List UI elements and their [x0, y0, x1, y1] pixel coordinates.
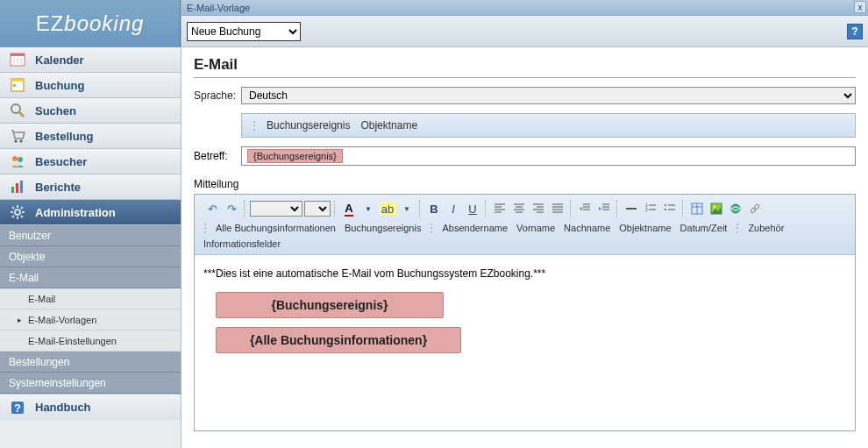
sub-label: E-Mail — [9, 272, 39, 284]
content: E-Mail Sprache: Deutsch ⋮ Buchungsereign… — [181, 47, 868, 448]
sub-email[interactable]: E-Mail — [0, 267, 181, 288]
image-icon[interactable] — [708, 200, 725, 217]
placeholder-tag[interactable]: Objektname — [360, 119, 417, 132]
calendar-icon — [7, 49, 28, 70]
underline-icon[interactable]: U — [464, 200, 481, 217]
tag-alle[interactable]: Alle Buchungsinformationen — [212, 221, 339, 235]
svg-point-57 — [750, 207, 756, 213]
bg-color-icon[interactable]: ab — [379, 200, 396, 217]
help-button[interactable]: ? — [847, 24, 863, 39]
svg-point-11 — [20, 140, 23, 143]
auto-line: ***Dies ist eine automatische E-Mail vom… — [203, 267, 846, 280]
svg-rect-14 — [11, 187, 14, 193]
editor-toolbar: ↶ ↷ A ▼ ab ▼ — [195, 195, 855, 255]
visitor-icon — [7, 151, 28, 172]
nav-handbuch[interactable]: ? Handbuch — [0, 394, 181, 420]
window-title: E-Mail-Vorlage — [187, 3, 250, 13]
unlink-icon[interactable] — [746, 200, 764, 217]
nav-buchung[interactable]: Buchung — [0, 72, 181, 98]
nav-label: Kalender — [35, 53, 84, 67]
hr-icon[interactable] — [623, 200, 640, 217]
editor-body[interactable]: ***Dies ist eine automatische E-Mail vom… — [195, 255, 855, 430]
tag-zubehoer[interactable]: Zubehör — [744, 221, 787, 235]
svg-point-17 — [15, 210, 20, 215]
size-select[interactable] — [304, 201, 331, 217]
svg-text:?: ? — [14, 402, 21, 415]
admin-subsection: Benutzer Objekte E-Mail E-Mail ▸E-Mail-V… — [0, 225, 181, 394]
pill-alleinfo: {Alle Buchungsinformationen} — [216, 327, 461, 353]
nav-bestellung[interactable]: Bestellung — [0, 123, 181, 149]
sub-item-label: E-Mail-Vorlagen — [28, 315, 96, 325]
tag-objekt[interactable]: Objektname — [615, 221, 674, 235]
sub-label: Systemeinstellungen — [9, 377, 106, 389]
app-logo: EZbooking — [0, 0, 181, 47]
cart-icon — [7, 125, 28, 146]
nav-label: Bestellung — [35, 130, 93, 143]
template-select[interactable]: Neue Buchung — [187, 22, 301, 41]
sub-label: Bestellungen — [9, 356, 69, 368]
ordered-list-icon[interactable]: 12 — [642, 200, 659, 217]
svg-point-56 — [731, 204, 740, 213]
sub-benutzer[interactable]: Benutzer — [0, 225, 181, 246]
nav-kalender[interactable]: Kalender — [0, 47, 181, 73]
svg-point-49 — [665, 209, 666, 210]
svg-rect-7 — [13, 84, 16, 87]
svg-point-12 — [12, 156, 18, 161]
tag-vorname[interactable]: Vorname — [513, 221, 559, 235]
editor: ↶ ↷ A ▼ ab ▼ — [194, 194, 856, 431]
tag-absender[interactable]: Absendername — [438, 221, 511, 235]
svg-point-10 — [15, 140, 18, 143]
mitteilung-label: Mitteilung — [194, 178, 856, 190]
tag-nachname[interactable]: Nachname — [560, 221, 614, 235]
svg-point-13 — [18, 157, 23, 162]
redo-icon[interactable]: ↷ — [223, 200, 240, 217]
subject-row: Betreff: {Buchungsereignis} — [194, 146, 856, 166]
table-icon[interactable] — [688, 200, 706, 217]
tag-info[interactable]: Informationsfelder — [200, 237, 284, 251]
marker-icon: ▸ — [18, 316, 25, 324]
nav-besucher[interactable]: Besucher — [0, 148, 181, 174]
separator-icon: ⋮ — [426, 222, 437, 234]
link-icon[interactable] — [727, 200, 744, 217]
align-justify-icon[interactable] — [549, 200, 566, 217]
window-titlebar: E-Mail-Vorlage x — [181, 0, 868, 16]
chevron-down-icon[interactable]: ▼ — [359, 200, 377, 217]
language-select[interactable]: Deutsch — [241, 87, 856, 104]
subject-input[interactable]: {Buchungsereignis} — [241, 146, 856, 166]
nav-administration[interactable]: Administration — [0, 199, 181, 225]
indent-icon[interactable] — [595, 200, 613, 217]
sub-email-einstellungen[interactable]: E-Mail-Einstellungen — [0, 331, 181, 352]
outdent-icon[interactable] — [576, 200, 594, 217]
svg-rect-15 — [16, 183, 18, 193]
main: E-Mail-Vorlage x Neue Buchung ? E-Mail S… — [181, 0, 868, 448]
nav-berichte[interactable]: Berichte — [0, 174, 181, 200]
tag-buchung[interactable]: Buchungsereignis — [341, 221, 424, 235]
logo-text-a: EZ — [36, 11, 65, 36]
svg-text:2: 2 — [645, 207, 648, 212]
sub-system[interactable]: Systemeinstellungen — [0, 373, 181, 394]
section-title: E-Mail — [194, 56, 856, 78]
sub-objekte[interactable]: Objekte — [0, 246, 181, 267]
font-select[interactable] — [250, 201, 302, 217]
nav-suchen[interactable]: Suchen — [0, 97, 181, 124]
align-center-icon[interactable] — [510, 200, 528, 217]
chevron-down-icon[interactable]: ▼ — [398, 200, 416, 217]
align-left-icon[interactable] — [491, 200, 509, 217]
pill-buchungsereignis: {Buchungsereignis} — [216, 292, 444, 318]
template-toolbar: Neue Buchung ? — [181, 16, 868, 47]
sub-email-vorlagen[interactable]: ▸E-Mail-Vorlagen — [0, 309, 181, 331]
bold-icon[interactable]: B — [425, 200, 443, 217]
font-color-icon[interactable]: A — [340, 200, 358, 217]
sub-label: Objekte — [9, 251, 45, 263]
italic-icon[interactable]: I — [445, 200, 462, 217]
align-right-icon[interactable] — [530, 200, 547, 217]
close-button[interactable]: x — [854, 1, 866, 13]
tag-datum[interactable]: Datum/Zeit — [677, 221, 731, 235]
placeholder-tag[interactable]: Buchungsereignis — [267, 119, 350, 132]
svg-point-47 — [665, 204, 666, 206]
unordered-list-icon[interactable] — [661, 200, 679, 217]
nav-label: Handbuch — [35, 401, 91, 414]
undo-icon[interactable]: ↶ — [203, 200, 221, 217]
sub-email-item[interactable]: E-Mail — [0, 288, 181, 309]
sub-bestellungen[interactable]: Bestellungen — [0, 352, 181, 373]
